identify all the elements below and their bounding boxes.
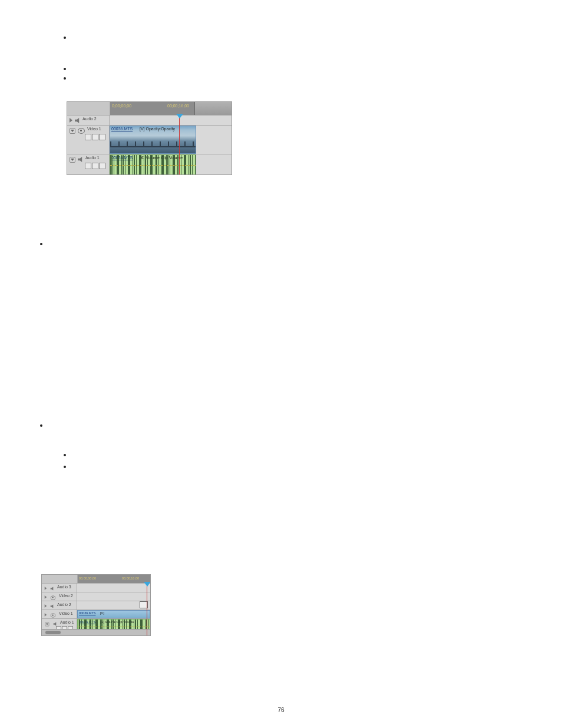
- bullet: [64, 37, 66, 39]
- expand-icon[interactable]: [45, 587, 47, 590]
- bullet: [64, 77, 66, 80]
- page-number: 76: [0, 707, 562, 713]
- track-label: Audio 3: [57, 585, 71, 589]
- eye-icon[interactable]: [51, 596, 55, 600]
- track-body[interactable]: [77, 592, 150, 601]
- track-body[interactable]: [77, 601, 150, 610]
- expand-icon[interactable]: [45, 613, 47, 617]
- track-header-spacer: [42, 575, 78, 583]
- track-body[interactable]: [77, 584, 150, 592]
- collapse-icon[interactable]: [45, 622, 49, 627]
- speaker-icon[interactable]: [50, 587, 54, 590]
- keyframe-prev-button[interactable]: [85, 134, 91, 140]
- clip-filename: 00036.MTS: [111, 127, 133, 131]
- expand-icon[interactable]: [70, 118, 72, 123]
- track-header[interactable]: Video 1: [67, 126, 110, 154]
- ruler-tick: 0;00;00;00: [112, 104, 131, 108]
- work-area-bar[interactable]: [194, 102, 232, 115]
- keyframe-prev-button[interactable]: [85, 163, 91, 169]
- eye-icon[interactable]: [51, 614, 55, 618]
- snap-marker-icon[interactable]: [140, 601, 148, 608]
- time-ruler[interactable]: 0;00;00;00 00;00;16;00 00;00;32;00: [110, 102, 232, 115]
- track-header-spacer: [67, 102, 110, 115]
- video-clip[interactable]: 00036.MTS [V]: [77, 610, 150, 618]
- document-page: { "page": { "number": "76" }, "timeline1…: [0, 0, 562, 728]
- clip-thumbnail: [110, 141, 196, 147]
- keyframe-next-button[interactable]: [99, 163, 105, 169]
- collapse-icon[interactable]: [70, 128, 75, 134]
- ruler-tick: 00;00;16;00: [167, 104, 189, 108]
- clip-property-label: [V]: [100, 611, 104, 615]
- bullet: [64, 466, 66, 468]
- timeline-header: 0;00;00;00 00;00;16;00 00;00;32;00: [67, 102, 232, 116]
- keyframe-toggle-button[interactable]: [92, 134, 98, 140]
- track-audio-1[interactable]: Audio 1 00036.MTS [A] Volume:Clip Volume: [67, 154, 232, 175]
- speaker-icon[interactable]: [78, 157, 83, 162]
- track-header[interactable]: Audio 3: [42, 584, 77, 592]
- track-header[interactable]: Audio 2: [42, 601, 77, 610]
- track-body[interactable]: 00036.MTS [V]: [77, 610, 150, 618]
- collapse-icon[interactable]: [70, 157, 75, 163]
- clip-filename: 00036.MTS: [79, 611, 95, 615]
- video-clip[interactable]: 00036.MTS [V] Opacity:Opacity: [110, 126, 196, 154]
- keyframe-toggle-button[interactable]: [92, 163, 98, 169]
- track-audio-3[interactable]: Audio 3: [42, 584, 150, 592]
- track-video-1[interactable]: Video 1 00036.MTS [V] Opacity:Opacity: [67, 126, 232, 154]
- bullet: [40, 424, 42, 427]
- timeline-scroll-thumb[interactable]: [45, 631, 61, 634]
- volume-rubberband[interactable]: [78, 627, 150, 627]
- track-audio-2[interactable]: Audio 2: [67, 116, 232, 126]
- track-video-2[interactable]: Video 2: [42, 592, 150, 601]
- track-body[interactable]: 00036.MTS [A] Volume:Clip Volume: [110, 154, 232, 175]
- time-ruler[interactable]: 00;00;00;00 00;00;16;00: [78, 575, 150, 583]
- keyframe-next-button[interactable]: [99, 134, 105, 140]
- track-body[interactable]: [110, 116, 232, 125]
- track-audio-2[interactable]: Audio 2: [42, 601, 150, 610]
- bullet: [40, 243, 42, 245]
- clip-property-label: [V] Opacity:Opacity: [140, 127, 175, 131]
- track-label: Video 1: [59, 611, 73, 615]
- track-label: Video 1: [87, 127, 101, 131]
- track-label: Audio 2: [82, 117, 97, 121]
- ruler-tick: 00;00;16;00: [122, 577, 139, 580]
- waveform: [110, 155, 196, 166]
- timeline-panel-2[interactable]: 00;00;00;00 00;00;16;00 Audio 3 Video 2 …: [41, 574, 151, 636]
- track-header[interactable]: Audio 2: [67, 116, 110, 125]
- audio-clip[interactable]: 00036.MTS [A] Volume:Clip Volume: [110, 154, 196, 175]
- bullet: [64, 454, 66, 456]
- speaker-icon[interactable]: [53, 622, 57, 625]
- timeline-header: 00;00;00;00 00;00;16;00: [42, 575, 150, 584]
- track-header[interactable]: Audio 1: [67, 154, 110, 175]
- timeline-panel-1[interactable]: 0;00;00;00 00;00;16;00 00;00;32;00 Audio…: [67, 101, 232, 175]
- track-video-1[interactable]: Video 1 00036.MTS [V]: [42, 610, 150, 619]
- track-label: Audio 1: [85, 156, 100, 160]
- expand-icon[interactable]: [45, 604, 47, 608]
- speaker-icon[interactable]: [50, 604, 54, 608]
- waveform: [110, 165, 196, 175]
- track-label: Audio 2: [57, 602, 71, 607]
- ruler-tick: 00;00;00;00: [79, 577, 96, 580]
- eye-icon[interactable]: [78, 128, 85, 134]
- expand-icon[interactable]: [45, 595, 47, 599]
- track-header[interactable]: Video 1: [42, 610, 77, 618]
- track-label: Video 2: [59, 594, 73, 598]
- track-header[interactable]: Video 2: [42, 592, 77, 601]
- track-body[interactable]: 00036.MTS [V] Opacity:Opacity: [110, 126, 232, 154]
- bullet: [64, 68, 66, 70]
- timeline-scrollbar[interactable]: [42, 629, 150, 635]
- speaker-icon[interactable]: [75, 118, 80, 123]
- track-label: Audio 1: [60, 620, 74, 624]
- volume-rubberband[interactable]: [110, 165, 196, 166]
